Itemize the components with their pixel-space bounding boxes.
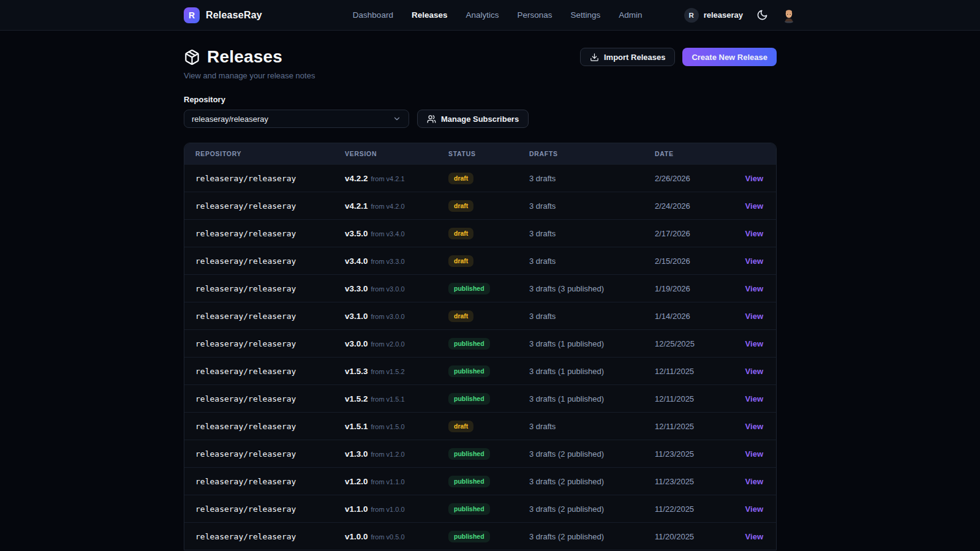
cell-date: 2/15/2026 <box>644 257 712 266</box>
column-header-date: Date <box>644 150 712 157</box>
cell-version: v1.3.0from v1.2.0 <box>334 448 437 459</box>
dark-mode-toggle[interactable] <box>756 9 768 21</box>
avatar-person-icon <box>782 9 796 23</box>
version-number: v1.0.0 <box>345 532 368 541</box>
version-from: from v4.2.0 <box>371 203 405 210</box>
view-link[interactable]: View <box>745 174 763 183</box>
cell-repository: releaseray/releaseray <box>184 201 334 211</box>
view-link[interactable]: View <box>745 284 763 293</box>
moon-icon <box>756 9 768 21</box>
cell-version: v3.5.0from v3.4.0 <box>334 228 437 239</box>
status-badge: draft <box>448 173 473 184</box>
cell-drafts: 3 drafts (2 published) <box>518 449 644 459</box>
cell-version: v4.2.2from v4.2.1 <box>334 173 437 184</box>
cell-drafts: 3 drafts (1 published) <box>518 367 644 376</box>
version-number: v4.2.2 <box>345 174 368 183</box>
status-badge: published <box>448 503 490 515</box>
nav-link[interactable]: Releases <box>412 10 448 20</box>
nav-link[interactable]: Dashboard <box>353 10 393 20</box>
table-row: releaseray/releaseray v3.4.0from v3.3.0 … <box>184 247 776 274</box>
column-header-version: Version <box>334 150 437 157</box>
version-from: from v1.5.2 <box>371 368 405 375</box>
view-link[interactable]: View <box>745 257 763 266</box>
version-from: from v4.2.1 <box>371 175 405 182</box>
cell-actions: View <box>712 421 776 432</box>
version-number: v1.2.0 <box>345 477 368 486</box>
cell-drafts: 3 drafts <box>518 229 644 238</box>
view-link[interactable]: View <box>745 504 763 514</box>
cell-status: published <box>437 448 518 460</box>
nav-link[interactable]: Analytics <box>466 10 499 20</box>
manage-subscribers-button[interactable]: Manage Subscribers <box>417 110 529 128</box>
table-header-row: Repository Version Status Drafts Date <box>184 143 776 164</box>
table-row: releaseray/releaseray v1.0.0from v0.5.0 … <box>184 522 776 550</box>
status-badge: draft <box>448 421 473 432</box>
manage-subscribers-label: Manage Subscribers <box>441 114 519 124</box>
cell-drafts: 3 drafts <box>518 201 644 211</box>
view-link[interactable]: View <box>745 422 763 431</box>
user-initial: R <box>689 12 694 19</box>
version-number: v1.5.3 <box>345 367 368 376</box>
cell-actions: View <box>712 338 776 349</box>
cell-date: 12/25/2025 <box>644 339 712 348</box>
brand[interactable]: R ReleaseRay <box>184 7 262 23</box>
user-avatar[interactable] <box>782 7 796 23</box>
cell-repository: releaseray/releaseray <box>184 394 334 403</box>
cell-version: v1.2.0from v1.1.0 <box>334 476 437 487</box>
cell-status: draft <box>437 310 518 322</box>
import-releases-button[interactable]: Import Releases <box>580 48 675 66</box>
view-link[interactable]: View <box>745 449 763 459</box>
view-link[interactable]: View <box>745 477 763 486</box>
view-link[interactable]: View <box>745 339 763 348</box>
version-from: from v3.0.0 <box>371 285 405 293</box>
view-link[interactable]: View <box>745 201 763 211</box>
nav-link[interactable]: Admin <box>619 10 642 20</box>
chevron-down-icon <box>393 114 401 123</box>
view-link[interactable]: View <box>745 394 763 403</box>
version-number: v4.2.1 <box>345 201 368 211</box>
table-row: releaseray/releaseray v1.2.0from v1.1.0 … <box>184 467 776 495</box>
view-link[interactable]: View <box>745 312 763 321</box>
page-title: Releases <box>207 47 282 67</box>
table-body: releaseray/releaseray v4.2.2from v4.2.1 … <box>184 164 776 550</box>
table-row: releaseray/releaseray v3.3.0from v3.0.0 … <box>184 274 776 302</box>
view-link[interactable]: View <box>745 367 763 376</box>
brand-name: ReleaseRay <box>206 10 262 21</box>
cell-drafts: 3 drafts (3 published) <box>518 284 644 293</box>
cell-version: v1.0.0from v0.5.0 <box>334 531 437 542</box>
cell-date: 11/20/2025 <box>644 532 712 541</box>
package-icon <box>184 49 200 66</box>
cell-actions: View <box>712 365 776 377</box>
cell-date: 1/14/2026 <box>644 312 712 321</box>
cell-drafts: 3 drafts <box>518 257 644 266</box>
cell-repository: releaseray/releaseray <box>184 477 334 486</box>
version-number: v1.1.0 <box>345 504 368 514</box>
create-new-release-button[interactable]: Create New Release <box>682 48 777 66</box>
view-link[interactable]: View <box>745 532 763 541</box>
version-from: from v1.5.1 <box>371 395 405 403</box>
cell-date: 2/24/2026 <box>644 201 712 211</box>
cell-actions: View <box>712 393 776 404</box>
cell-drafts: 3 drafts <box>518 174 644 183</box>
cell-date: 12/11/2025 <box>644 422 712 431</box>
repository-select[interactable]: releaseray/releaseray <box>184 110 409 128</box>
nav-link[interactable]: Settings <box>571 10 601 20</box>
status-badge: draft <box>448 255 473 267</box>
cell-version: v3.3.0from v3.0.0 <box>334 283 437 294</box>
cell-status: published <box>437 475 518 487</box>
cell-actions: View <box>712 476 776 487</box>
status-badge: draft <box>448 228 473 239</box>
user-chip[interactable]: R releaseray <box>684 8 743 23</box>
version-number: v1.5.1 <box>345 422 368 431</box>
nav-link[interactable]: Personas <box>517 10 552 20</box>
cell-status: published <box>437 503 518 515</box>
cell-repository: releaseray/releaseray <box>184 339 334 348</box>
cell-status: draft <box>437 172 518 184</box>
cell-actions: View <box>712 503 776 514</box>
cell-date: 11/22/2025 <box>644 504 712 514</box>
cell-status: draft <box>437 227 518 239</box>
view-link[interactable]: View <box>745 229 763 238</box>
import-releases-label: Import Releases <box>604 53 665 62</box>
status-badge: published <box>448 476 490 487</box>
cell-date: 11/23/2025 <box>644 477 712 486</box>
